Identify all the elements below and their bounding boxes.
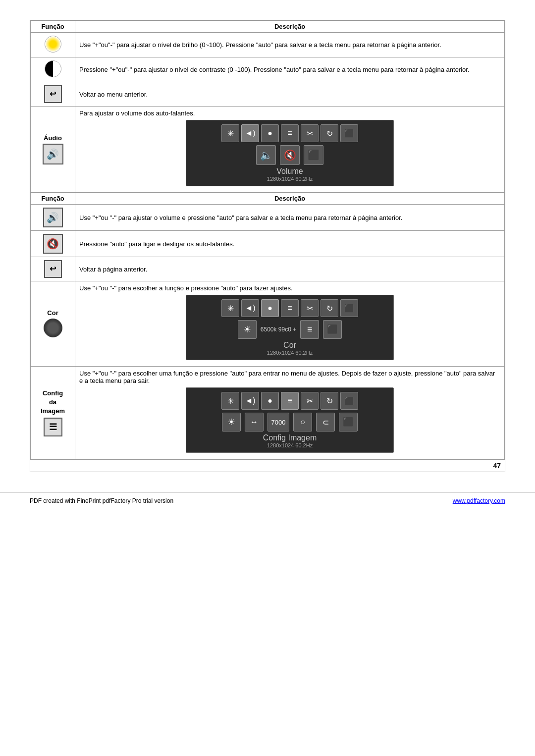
back1-icon: ↩ <box>44 85 62 103</box>
cor-menu-screenshot: ✳ ◄) ● ≡ ✂ ↻ ⬛ ☀ 6500k 99c0 + ≡ ⬛ <box>186 295 394 360</box>
cor-menu-icon-lines: ≡ <box>300 320 319 339</box>
brightness-icon <box>45 36 61 53</box>
cor-menu-icon-scissors: ✂ <box>301 299 319 317</box>
func-cell-back1: ↩ <box>31 82 75 107</box>
cor-menu-icons-top: ✳ ◄) ● ≡ ✂ ↻ ⬛ <box>192 299 387 317</box>
desc-cell-contrast: Pressione "+"ou"-" para ajustar o nível … <box>75 57 505 82</box>
desc-cell-cor: Use "+"ou "-" para escolher a função e p… <box>75 281 505 367</box>
config-menu-icon-brightness: ✳ <box>221 392 239 410</box>
menu-icon-mute: 🔇 <box>280 145 300 165</box>
config-menu-icon-back3: ⬛ <box>339 413 358 432</box>
color-dot-icon <box>44 319 62 337</box>
config-menu-icon-oval1: ○ <box>293 413 312 432</box>
func-cell-cor: Cor <box>31 281 75 367</box>
audio-menu-icons-top: ✳ ◄) ● ≡ ✂ ↻ ⬛ <box>192 124 387 142</box>
func-label-cor: Cor <box>35 309 71 317</box>
audio-menu-screenshot: ✳ ◄) ● ≡ ✂ ↻ ⬛ 🔈 🔇 ⬛ <box>186 120 394 186</box>
desc-cell-back2: Voltar à página anterior. <box>75 257 505 281</box>
speaker-mute-icon: 🔇 <box>43 234 63 254</box>
desc-text-contrast: Pressione "+"ou"-" para ajustar o nível … <box>79 66 470 73</box>
config-menu-sub-row: ☀ ↔ 7000 ○ ⊂ ⬛ <box>192 413 387 432</box>
menu-icon-back-audio: ⬛ <box>304 145 323 165</box>
menu-icon-scissors: ✂ <box>301 124 319 142</box>
func-cell-audio: Áudio 🔊 <box>31 107 75 193</box>
table-header-row-1: Função Descrição <box>31 21 505 33</box>
page-border: Função Descrição Use "+"ou"-" para ajust… <box>30 20 505 472</box>
main-table: Função Descrição Use "+"ou"-" para ajust… <box>30 20 505 459</box>
cor-sub-label: 6500k 99c0 + <box>261 326 296 333</box>
cor-menu-icon-circle-sel: ● <box>261 299 279 317</box>
table-row-audio: Áudio 🔊 Para ajustar o volume dos auto-f… <box>31 107 505 193</box>
menu-icon-equal: ≡ <box>281 124 299 142</box>
config-menu-resolution: 1280x1024 60.2Hz <box>192 442 387 448</box>
cor-menu-icon-refresh: ↻ <box>321 299 338 317</box>
cor-menu-icon-equal: ≡ <box>281 299 299 317</box>
cor-menu-label: Cor <box>192 341 387 350</box>
page-number: 47 <box>493 462 501 470</box>
menu-icon-circle: ● <box>261 124 279 142</box>
config-menu-screenshot: ✳ ◄) ● ≡ ✂ ↻ ⬛ ☀ ↔ 7000 ○ <box>186 387 394 453</box>
config-menu-icon-scissors: ✂ <box>301 392 319 410</box>
config-menu-icon-arrows: ↔ <box>245 413 264 432</box>
config-menu-icon-refresh: ↻ <box>321 392 338 410</box>
volume-icon: 🔊 <box>43 208 63 227</box>
menu-icon-refresh: ↻ <box>321 124 338 142</box>
footer-link[interactable]: www.pdffactory.com <box>453 497 505 504</box>
table-row-brightness: Use "+"ou"-" para ajustar o nível de bri… <box>31 33 505 57</box>
footer-bar: PDF created with FinePrint pdfFactory Pr… <box>0 492 535 509</box>
cor-menu-resolution: 1280x1024 60.2Hz <box>192 350 387 356</box>
col-header-func-2: Função <box>31 193 75 205</box>
desc-cell-volume: Use "+"ou "-" para ajustar o volume e pr… <box>75 205 505 231</box>
func-cell-brightness <box>31 33 75 57</box>
col-header-func-1: Função <box>31 21 75 33</box>
desc-text-back2: Voltar à página anterior. <box>79 266 147 273</box>
config-menu-icon-sun: ☀ <box>222 413 241 432</box>
config-menu-icon-num: 7000 <box>268 413 289 432</box>
desc-text-speaker-toggle: Pressione "auto" para ligar e desligar o… <box>79 240 234 248</box>
func-cell-speaker-toggle: 🔇 <box>31 231 75 257</box>
back2-icon: ↩ <box>44 260 62 278</box>
desc-text-brightness: Use "+"ou"-" para ajustar o nível de bri… <box>79 41 441 49</box>
config-menu-label: Config Imagem <box>192 433 387 442</box>
cor-menu-sub-row: ☀ 6500k 99c0 + ≡ ⬛ <box>192 320 387 339</box>
cor-menu-icon-back2: ⬛ <box>323 320 342 339</box>
audio-menu-resolution: 1280x1024 60.2Hz <box>192 176 387 182</box>
desc-text-config-prefix: Use "+"ou "-" para escolher uma função e… <box>79 370 500 384</box>
menu-icon-volume-sel: ◄) <box>241 124 259 142</box>
audio-menu-sub-row: 🔈 🔇 ⬛ <box>192 145 387 165</box>
desc-cell-back1: Voltar ao menu anterior. <box>75 82 505 107</box>
audio-speaker-icon: 🔊 <box>43 144 63 164</box>
menu-icon-vol2: 🔈 <box>256 145 276 165</box>
cor-menu-icon-brightness: ✳ <box>221 299 239 317</box>
cor-menu-icon-vol: ◄) <box>241 299 259 317</box>
config-menu-icon-oval2: ⊂ <box>316 413 335 432</box>
audio-menu-label: Volume <box>192 167 387 176</box>
table-row-config-imagem: Config da Imagem ☰ Use "+"ou "-" para es… <box>31 367 505 459</box>
func-cell-back2: ↩ <box>31 257 75 281</box>
func-cell-volume: 🔊 <box>31 205 75 231</box>
desc-text-audio-prefix: Para ajustar o volume dos auto-falantes. <box>79 109 500 117</box>
config-menu-icon-vol: ◄) <box>241 392 259 410</box>
desc-text-back1: Voltar ao menu anterior. <box>79 91 148 98</box>
desc-text-cor-prefix: Use "+"ou "-" para escolher a função e p… <box>79 284 500 292</box>
contrast-icon <box>45 60 61 77</box>
config-icon: ☰ <box>44 418 62 436</box>
desc-cell-config: Use "+"ou "-" para escolher uma função e… <box>75 367 505 459</box>
page-number-area: 47 <box>30 459 505 472</box>
config-menu-icons-top: ✳ ◄) ● ≡ ✂ ↻ ⬛ <box>192 392 387 410</box>
table-row-volume-adjust: 🔊 Use "+"ou "-" para ajustar o volume e … <box>31 205 505 231</box>
footer-text: PDF created with FinePrint pdfFactory Pr… <box>30 497 173 504</box>
table-row-contrast: Pressione "+"ou"-" para ajustar o nível … <box>31 57 505 82</box>
col-header-desc-1: Descrição <box>75 21 505 33</box>
desc-cell-brightness: Use "+"ou"-" para ajustar o nível de bri… <box>75 33 505 57</box>
func-cell-config: Config da Imagem ☰ <box>31 367 75 459</box>
config-menu-icon-equal-sel: ≡ <box>281 392 299 410</box>
desc-text-volume: Use "+"ou "-" para ajustar o volume e pr… <box>79 214 402 221</box>
cor-menu-icon-return: ⬛ <box>340 299 358 317</box>
func-cell-contrast <box>31 57 75 82</box>
table-row-back1: ↩ Voltar ao menu anterior. <box>31 82 505 107</box>
cor-menu-icon-sun: ☀ <box>238 320 257 339</box>
config-menu-icon-return: ⬛ <box>340 392 358 410</box>
menu-icon-brightness: ✳ <box>221 124 239 142</box>
desc-cell-audio: Para ajustar o volume dos auto-falantes.… <box>75 107 505 193</box>
